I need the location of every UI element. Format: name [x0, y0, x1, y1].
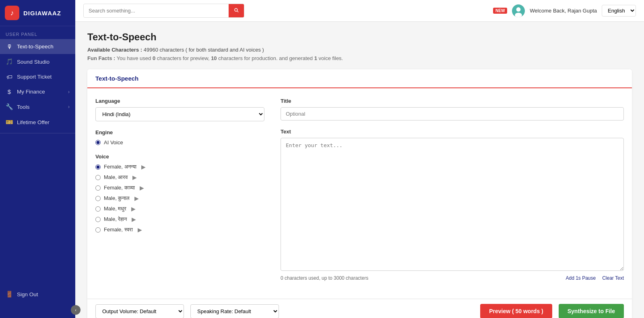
sidebar-item-label: Lifetime Offer — [17, 119, 50, 125]
header: NEW Welcome Back, Rajan Gupta English — [75, 0, 644, 22]
logo-text: DIGIAWAAZ — [23, 10, 61, 17]
search-icon — [233, 7, 239, 13]
engine-group: Engine AI Voice — [95, 129, 264, 145]
voice-name: Male, कुनाल — [104, 195, 130, 202]
text-area[interactable] — [281, 138, 624, 271]
voice-name: Female, काव्या — [104, 185, 135, 191]
voice-radio[interactable] — [95, 206, 101, 212]
sidebar-item-label: Tools — [17, 104, 30, 110]
language-group: Language Hindi (India) English (US) Engl… — [95, 98, 264, 121]
welcome-text: Welcome Back, Rajan Gupta — [530, 8, 597, 14]
content-area: Text-to-Speech Available Characters : 49… — [75, 22, 644, 318]
main-area: NEW Welcome Back, Rajan Gupta English Te… — [75, 0, 644, 318]
language-selector[interactable]: English — [602, 5, 636, 17]
user-panel-label: USER PANEL — [0, 26, 75, 39]
voice-male-rehan[interactable]: Male, रेहान ▶ — [95, 216, 264, 222]
language-dropdown[interactable]: Hindi (India) English (US) English (UK) … — [95, 107, 264, 121]
clear-text-link[interactable]: Clear Text — [602, 275, 624, 281]
engine-label: Engine — [95, 129, 264, 135]
text-group: Text 0 characters used, up to 3000 chara… — [281, 129, 624, 281]
engine-radio[interactable] — [95, 140, 101, 145]
avatar — [512, 4, 525, 17]
voice-name: Male, रेहान — [104, 216, 127, 222]
engine-ai-voice-label: AI Voice — [104, 139, 123, 145]
voice-male-aarav[interactable]: Male, आरव ▶ — [95, 174, 264, 181]
play-voice-button[interactable]: ▶ — [131, 174, 138, 181]
sidebar-item-label: My Finance — [17, 89, 45, 95]
voice-male-madhur[interactable]: Male, मधुर ▶ — [95, 206, 264, 212]
logo-icon: ♪ — [5, 6, 19, 20]
play-voice-button[interactable]: ▶ — [130, 206, 137, 212]
search-button[interactable] — [229, 4, 244, 17]
prod-count: 10 — [211, 55, 217, 61]
voice-name: Female, अनन्या — [104, 164, 136, 170]
sidebar-item-tools[interactable]: 🔧 Tools › — [0, 99, 75, 114]
language-label: Language — [95, 98, 264, 104]
voice-radio[interactable] — [95, 227, 101, 233]
files-count: 1 — [314, 55, 317, 61]
voice-radio[interactable] — [95, 196, 101, 201]
footer-bar: Output Volume: Default Output Volume: Lo… — [87, 299, 632, 318]
preview-button[interactable]: Preview ( 50 words ) — [480, 304, 552, 318]
right-column: Title Text 0 characters used, up to 3000… — [281, 98, 624, 289]
play-voice-button[interactable]: ▶ — [140, 164, 147, 170]
search-box — [83, 4, 244, 18]
voice-female-kavya[interactable]: Female, काव्या ▶ — [95, 185, 264, 191]
title-label: Title — [281, 98, 624, 104]
preview-count: 0 — [153, 55, 155, 61]
sign-out-icon: 🚪 — [6, 291, 13, 298]
text-actions: Add 1s Pause Clear Text — [566, 275, 624, 281]
voice-radio[interactable] — [95, 175, 101, 180]
tts-card: Text-to-Speech Language Hindi (India) En… — [87, 69, 632, 318]
sidebar-divider — [0, 133, 75, 133]
title-group: Title — [281, 98, 624, 121]
support-icon: 🏷 — [6, 73, 13, 80]
engine-ai-voice[interactable]: AI Voice — [95, 139, 264, 145]
sidebar-item-sound-studio[interactable]: 🎵 Sound Studio — [0, 54, 75, 69]
synthesize-button[interactable]: Synthesize to File — [559, 304, 624, 318]
voice-male-kunal[interactable]: Male, कुनाल ▶ — [95, 195, 264, 202]
speaking-rate-select[interactable]: Speaking Rate: Default Speaking Rate: Sl… — [190, 304, 279, 318]
sidebar-collapse-button[interactable]: ‹ — [71, 305, 80, 315]
search-input[interactable] — [84, 5, 229, 17]
chevron-right-icon: › — [68, 89, 70, 95]
fun-facts-label: Fun Facts : — [87, 55, 115, 61]
sidebar-bottom: 🚪 Sign Out — [0, 287, 75, 302]
play-voice-button[interactable]: ▶ — [133, 195, 140, 202]
available-chars-value: 49960 characters ( for both standard and… — [144, 47, 264, 53]
sidebar-item-support-ticket[interactable]: 🏷 Support Ticket — [0, 69, 75, 84]
sidebar-item-label: Text-to-Speech — [17, 44, 54, 50]
offer-icon: 🎫 — [6, 118, 13, 126]
voice-radio[interactable] — [95, 164, 101, 170]
voice-radio[interactable] — [95, 185, 101, 191]
sidebar-item-text-to-speech[interactable]: 🎙 Text-to-Speech — [0, 39, 75, 54]
char-count: 0 characters used, up to 3000 characters — [281, 275, 368, 281]
sidebar-item-label: Sound Studio — [17, 59, 50, 65]
play-voice-button[interactable]: ▶ — [138, 185, 146, 191]
sidebar-logo: ♪ DIGIAWAAZ — [0, 0, 75, 26]
sidebar-item-sign-out[interactable]: 🚪 Sign Out — [0, 287, 75, 302]
title-input[interactable] — [281, 107, 624, 121]
voice-female-ananya[interactable]: Female, अनन्या ▶ — [95, 164, 264, 170]
sidebar-item-label: Support Ticket — [17, 74, 52, 80]
page-title: Text-to-Speech — [87, 31, 632, 43]
output-volume-select[interactable]: Output Volume: Default Output Volume: Lo… — [95, 304, 184, 318]
sidebar-item-my-finance[interactable]: $ My Finance › — [0, 84, 75, 99]
voice-radio[interactable] — [95, 217, 101, 222]
voice-group: Voice Female, अनन्या ▶ Male, आरव ▶ — [95, 154, 264, 233]
play-voice-button[interactable]: ▶ — [136, 227, 144, 233]
available-chars-label: Available Characters : — [87, 47, 142, 53]
voice-female-swara[interactable]: Female, स्वरा ▶ — [95, 227, 264, 233]
fun-facts-text: Fun Facts : You have used 0 characters f… — [87, 55, 632, 61]
add-pause-link[interactable]: Add 1s Pause — [566, 275, 596, 281]
play-voice-button[interactable]: ▶ — [130, 216, 138, 222]
voice-name: Male, मधुर — [104, 206, 126, 212]
fun-facts-body: You have used 0 characters for preview, … — [117, 55, 343, 61]
sidebar-item-lifetime-offer[interactable]: 🎫 Lifetime Offer — [0, 114, 75, 130]
tts-card-title: Text-to-Speech — [95, 75, 138, 82]
tools-icon: 🔧 — [6, 103, 13, 110]
new-badge: NEW — [493, 8, 507, 14]
available-chars-text: Available Characters : 49960 characters … — [87, 47, 632, 53]
text-label: Text — [281, 129, 624, 135]
voice-name: Female, स्वरा — [104, 227, 133, 233]
